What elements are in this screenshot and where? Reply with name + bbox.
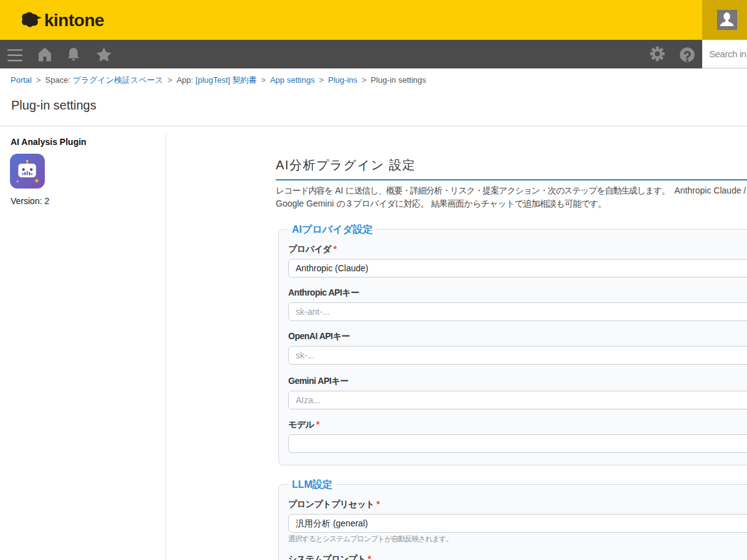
svg-text:kintone: kintone [44, 12, 104, 29]
